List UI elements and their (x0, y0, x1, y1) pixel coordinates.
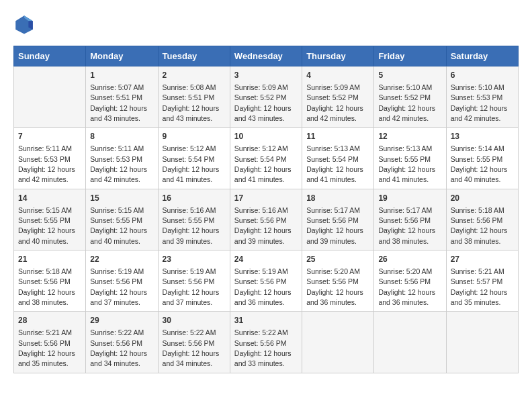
calendar-cell: 28Sunrise: 5:21 AMSunset: 5:56 PMDayligh… (14, 312, 86, 373)
day-number: 25 (306, 254, 369, 265)
calendar-cell: 14Sunrise: 5:15 AMSunset: 5:55 PMDayligh… (14, 189, 86, 250)
day-info: Sunrise: 5:22 AMSunset: 5:56 PMDaylight:… (234, 328, 292, 367)
calendar-cell: 23Sunrise: 5:19 AMSunset: 5:56 PMDayligh… (158, 250, 230, 312)
calendar-cell: 30Sunrise: 5:22 AMSunset: 5:56 PMDayligh… (158, 312, 230, 373)
day-info: Sunrise: 5:19 AMSunset: 5:56 PMDaylight:… (90, 267, 147, 306)
week-row-1: 1Sunrise: 5:07 AMSunset: 5:51 PMDaylight… (14, 66, 519, 128)
day-number: 12 (378, 131, 441, 142)
day-number: 14 (18, 193, 81, 204)
day-info: Sunrise: 5:14 AMSunset: 5:55 PMDaylight:… (451, 144, 508, 183)
calendar-cell: 27Sunrise: 5:21 AMSunset: 5:57 PMDayligh… (446, 250, 518, 312)
header-cell-monday: Monday (86, 46, 158, 66)
day-info: Sunrise: 5:15 AMSunset: 5:55 PMDaylight:… (90, 206, 147, 245)
calendar-cell: 31Sunrise: 5:22 AMSunset: 5:56 PMDayligh… (230, 312, 302, 373)
day-info: Sunrise: 5:16 AMSunset: 5:56 PMDaylight:… (234, 206, 292, 245)
day-info: Sunrise: 5:18 AMSunset: 5:56 PMDaylight:… (18, 267, 75, 306)
calendar-cell: 4Sunrise: 5:09 AMSunset: 5:52 PMDaylight… (302, 66, 374, 128)
day-info: Sunrise: 5:09 AMSunset: 5:52 PMDaylight:… (306, 83, 363, 122)
day-info: Sunrise: 5:13 AMSunset: 5:54 PMDaylight:… (306, 144, 363, 183)
day-number: 1 (90, 70, 153, 81)
calendar-cell (302, 312, 374, 373)
day-number: 31 (234, 315, 298, 326)
day-info: Sunrise: 5:19 AMSunset: 5:56 PMDaylight:… (163, 267, 220, 306)
day-number: 11 (306, 131, 369, 142)
day-number: 16 (163, 193, 226, 204)
day-number: 22 (90, 254, 153, 265)
day-number: 29 (90, 315, 153, 326)
calendar-cell: 5Sunrise: 5:10 AMSunset: 5:52 PMDaylight… (374, 66, 446, 128)
calendar-cell: 2Sunrise: 5:08 AMSunset: 5:51 PMDaylight… (158, 66, 230, 128)
day-info: Sunrise: 5:16 AMSunset: 5:55 PMDaylight:… (163, 206, 220, 245)
calendar-cell: 25Sunrise: 5:20 AMSunset: 5:56 PMDayligh… (302, 250, 374, 312)
day-number: 24 (234, 254, 298, 265)
calendar-cell: 22Sunrise: 5:19 AMSunset: 5:56 PMDayligh… (86, 250, 158, 312)
day-info: Sunrise: 5:22 AMSunset: 5:56 PMDaylight:… (90, 328, 147, 367)
day-info: Sunrise: 5:09 AMSunset: 5:52 PMDaylight:… (234, 83, 292, 122)
week-row-2: 7Sunrise: 5:11 AMSunset: 5:53 PMDaylight… (14, 128, 519, 189)
day-number: 5 (378, 70, 441, 81)
calendar-cell: 19Sunrise: 5:17 AMSunset: 5:56 PMDayligh… (374, 189, 446, 250)
week-row-5: 28Sunrise: 5:21 AMSunset: 5:56 PMDayligh… (14, 312, 519, 373)
calendar-cell: 16Sunrise: 5:16 AMSunset: 5:55 PMDayligh… (158, 189, 230, 250)
day-info: Sunrise: 5:17 AMSunset: 5:56 PMDaylight:… (378, 206, 435, 245)
calendar-cell: 17Sunrise: 5:16 AMSunset: 5:56 PMDayligh… (230, 189, 302, 250)
day-number: 9 (163, 131, 226, 142)
header-cell-saturday: Saturday (446, 46, 518, 66)
day-info: Sunrise: 5:08 AMSunset: 5:51 PMDaylight:… (163, 83, 220, 122)
calendar-cell: 24Sunrise: 5:19 AMSunset: 5:56 PMDayligh… (230, 250, 302, 312)
calendar-cell: 29Sunrise: 5:22 AMSunset: 5:56 PMDayligh… (86, 312, 158, 373)
calendar-cell (374, 312, 446, 373)
calendar-cell: 12Sunrise: 5:13 AMSunset: 5:55 PMDayligh… (374, 128, 446, 189)
day-info: Sunrise: 5:21 AMSunset: 5:56 PMDaylight:… (18, 328, 75, 367)
header-cell-wednesday: Wednesday (230, 46, 302, 66)
day-info: Sunrise: 5:11 AMSunset: 5:53 PMDaylight:… (18, 144, 75, 183)
calendar-cell (14, 66, 86, 128)
calendar-cell: 18Sunrise: 5:17 AMSunset: 5:56 PMDayligh… (302, 189, 374, 250)
calendar-cell: 7Sunrise: 5:11 AMSunset: 5:53 PMDaylight… (14, 128, 86, 189)
day-number: 15 (90, 193, 153, 204)
day-info: Sunrise: 5:19 AMSunset: 5:56 PMDaylight:… (234, 267, 292, 306)
day-number: 20 (451, 193, 514, 204)
day-info: Sunrise: 5:20 AMSunset: 5:56 PMDaylight:… (306, 267, 363, 306)
day-info: Sunrise: 5:10 AMSunset: 5:53 PMDaylight:… (451, 83, 508, 122)
day-info: Sunrise: 5:22 AMSunset: 5:56 PMDaylight:… (163, 328, 220, 367)
calendar-cell: 26Sunrise: 5:20 AMSunset: 5:56 PMDayligh… (374, 250, 446, 312)
day-number: 21 (18, 254, 81, 265)
calendar-header: SundayMondayTuesdayWednesdayThursdayFrid… (14, 46, 519, 66)
calendar-cell: 8Sunrise: 5:11 AMSunset: 5:53 PMDaylight… (86, 128, 158, 189)
calendar-cell: 21Sunrise: 5:18 AMSunset: 5:56 PMDayligh… (14, 250, 86, 312)
calendar-cell: 15Sunrise: 5:15 AMSunset: 5:55 PMDayligh… (86, 189, 158, 250)
day-number: 17 (234, 193, 298, 204)
day-number: 6 (451, 70, 514, 81)
day-info: Sunrise: 5:17 AMSunset: 5:56 PMDaylight:… (306, 206, 363, 245)
day-number: 27 (451, 254, 514, 265)
calendar-cell: 13Sunrise: 5:14 AMSunset: 5:55 PMDayligh… (446, 128, 518, 189)
day-info: Sunrise: 5:11 AMSunset: 5:53 PMDaylight:… (90, 144, 147, 183)
day-info: Sunrise: 5:20 AMSunset: 5:56 PMDaylight:… (378, 267, 435, 306)
header-cell-friday: Friday (374, 46, 446, 66)
day-number: 28 (18, 315, 81, 326)
day-number: 2 (163, 70, 226, 81)
calendar-body: 1Sunrise: 5:07 AMSunset: 5:51 PMDaylight… (14, 66, 519, 373)
day-number: 19 (378, 193, 441, 204)
day-number: 7 (18, 131, 81, 142)
day-number: 23 (163, 254, 226, 265)
day-number: 26 (378, 254, 441, 265)
calendar-cell: 1Sunrise: 5:07 AMSunset: 5:51 PMDaylight… (86, 66, 158, 128)
logo (13, 13, 38, 35)
day-info: Sunrise: 5:13 AMSunset: 5:55 PMDaylight:… (378, 144, 435, 183)
calendar-cell: 11Sunrise: 5:13 AMSunset: 5:54 PMDayligh… (302, 128, 374, 189)
logo-icon (13, 13, 35, 35)
day-number: 8 (90, 131, 153, 142)
calendar-table: SundayMondayTuesdayWednesdayThursdayFrid… (13, 46, 519, 373)
week-row-3: 14Sunrise: 5:15 AMSunset: 5:55 PMDayligh… (14, 189, 519, 250)
day-number: 3 (234, 70, 298, 81)
day-info: Sunrise: 5:12 AMSunset: 5:54 PMDaylight:… (163, 144, 220, 183)
day-info: Sunrise: 5:10 AMSunset: 5:52 PMDaylight:… (378, 83, 435, 122)
day-number: 13 (451, 131, 514, 142)
day-info: Sunrise: 5:18 AMSunset: 5:56 PMDaylight:… (451, 206, 508, 245)
header-cell-sunday: Sunday (14, 46, 86, 66)
calendar-cell: 20Sunrise: 5:18 AMSunset: 5:56 PMDayligh… (446, 189, 518, 250)
day-number: 4 (306, 70, 369, 81)
day-number: 10 (234, 131, 298, 142)
